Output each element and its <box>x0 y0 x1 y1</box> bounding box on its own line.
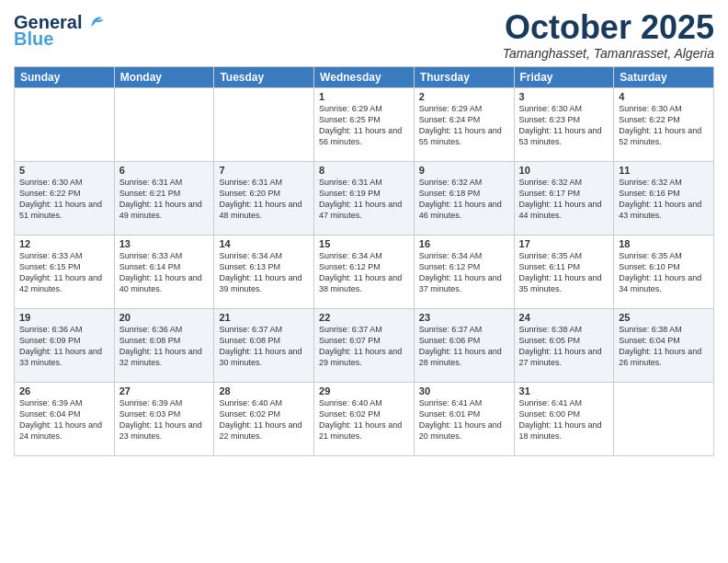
day-of-week-header: Monday <box>114 66 214 87</box>
calendar-week-row: 26Sunrise: 6:39 AM Sunset: 6:04 PM Dayli… <box>15 382 714 455</box>
calendar-cell: 2Sunrise: 6:29 AM Sunset: 6:24 PM Daylig… <box>414 87 514 161</box>
calendar-week-row: 1Sunrise: 6:29 AM Sunset: 6:25 PM Daylig… <box>15 87 714 161</box>
cell-info: Sunrise: 6:31 AM Sunset: 6:20 PM Dayligh… <box>219 177 309 222</box>
cell-info: Sunrise: 6:41 AM Sunset: 6:00 PM Dayligh… <box>519 397 609 442</box>
day-number: 30 <box>419 385 509 396</box>
logo-bird-icon <box>84 14 104 29</box>
calendar-cell: 3Sunrise: 6:30 AM Sunset: 6:23 PM Daylig… <box>514 87 614 161</box>
cell-info: Sunrise: 6:33 AM Sunset: 6:15 PM Dayligh… <box>19 250 109 295</box>
cell-info: Sunrise: 6:35 AM Sunset: 6:11 PM Dayligh… <box>519 250 609 295</box>
day-of-week-header: Friday <box>514 66 614 87</box>
calendar-table: SundayMondayTuesdayWednesdayThursdayFrid… <box>14 66 714 456</box>
day-number: 3 <box>519 91 609 102</box>
calendar-cell: 13Sunrise: 6:33 AM Sunset: 6:14 PM Dayli… <box>114 235 214 308</box>
calendar-cell: 21Sunrise: 6:37 AM Sunset: 6:08 PM Dayli… <box>214 308 314 382</box>
cell-info: Sunrise: 6:31 AM Sunset: 6:21 PM Dayligh… <box>119 177 210 222</box>
calendar-cell: 25Sunrise: 6:38 AM Sunset: 6:04 PM Dayli… <box>614 308 714 382</box>
day-number: 24 <box>519 312 609 323</box>
cell-info: Sunrise: 6:30 AM Sunset: 6:23 PM Dayligh… <box>519 103 609 148</box>
day-number: 2 <box>419 91 509 102</box>
cell-info: Sunrise: 6:31 AM Sunset: 6:19 PM Dayligh… <box>319 177 409 222</box>
day-number: 9 <box>419 165 509 176</box>
cell-info: Sunrise: 6:32 AM Sunset: 6:16 PM Dayligh… <box>619 177 709 222</box>
cell-info: Sunrise: 6:30 AM Sunset: 6:22 PM Dayligh… <box>19 177 109 222</box>
calendar-cell: 11Sunrise: 6:32 AM Sunset: 6:16 PM Dayli… <box>614 161 714 235</box>
calendar-cell: 16Sunrise: 6:34 AM Sunset: 6:12 PM Dayli… <box>414 235 514 308</box>
calendar-week-row: 12Sunrise: 6:33 AM Sunset: 6:15 PM Dayli… <box>15 235 714 308</box>
calendar-cell: 8Sunrise: 6:31 AM Sunset: 6:19 PM Daylig… <box>314 161 415 235</box>
cell-info: Sunrise: 6:32 AM Sunset: 6:17 PM Dayligh… <box>519 177 609 222</box>
cell-info: Sunrise: 6:40 AM Sunset: 6:02 PM Dayligh… <box>219 397 309 442</box>
day-number: 14 <box>219 238 309 249</box>
calendar-header-row: SundayMondayTuesdayWednesdayThursdayFrid… <box>15 66 714 87</box>
calendar-week-row: 5Sunrise: 6:30 AM Sunset: 6:22 PM Daylig… <box>15 161 714 235</box>
day-number: 31 <box>519 385 609 396</box>
day-number: 5 <box>19 165 109 176</box>
day-number: 1 <box>319 91 409 102</box>
day-number: 26 <box>19 385 109 396</box>
day-of-week-header: Saturday <box>614 66 714 87</box>
calendar-cell: 5Sunrise: 6:30 AM Sunset: 6:22 PM Daylig… <box>15 161 115 235</box>
day-number: 15 <box>319 238 409 249</box>
calendar-cell: 14Sunrise: 6:34 AM Sunset: 6:13 PM Dayli… <box>214 235 314 308</box>
cell-info: Sunrise: 6:34 AM Sunset: 6:12 PM Dayligh… <box>319 250 409 295</box>
cell-info: Sunrise: 6:38 AM Sunset: 6:04 PM Dayligh… <box>619 324 709 369</box>
day-of-week-header: Wednesday <box>314 66 415 87</box>
calendar-cell: 31Sunrise: 6:41 AM Sunset: 6:00 PM Dayli… <box>514 382 614 455</box>
day-number: 19 <box>19 312 109 323</box>
cell-info: Sunrise: 6:37 AM Sunset: 6:06 PM Dayligh… <box>419 324 509 369</box>
day-number: 4 <box>619 91 709 102</box>
calendar-cell: 10Sunrise: 6:32 AM Sunset: 6:17 PM Dayli… <box>514 161 614 235</box>
cell-info: Sunrise: 6:37 AM Sunset: 6:08 PM Dayligh… <box>219 324 309 369</box>
logo-blue: Blue <box>14 29 53 48</box>
calendar-cell: 29Sunrise: 6:40 AM Sunset: 6:02 PM Dayli… <box>314 382 415 455</box>
day-number: 17 <box>519 238 609 249</box>
title-block: October 2025 Tamanghasset, Tamanrasset, … <box>503 9 714 61</box>
calendar-cell: 18Sunrise: 6:35 AM Sunset: 6:10 PM Dayli… <box>614 235 714 308</box>
day-of-week-header: Tuesday <box>214 66 314 87</box>
cell-info: Sunrise: 6:39 AM Sunset: 6:04 PM Dayligh… <box>19 397 109 442</box>
day-number: 22 <box>319 312 409 323</box>
day-number: 12 <box>19 238 109 249</box>
day-number: 27 <box>119 385 210 396</box>
day-number: 8 <box>319 165 409 176</box>
calendar-cell: 27Sunrise: 6:39 AM Sunset: 6:03 PM Dayli… <box>114 382 214 455</box>
calendar-cell: 24Sunrise: 6:38 AM Sunset: 6:05 PM Dayli… <box>514 308 614 382</box>
calendar-cell: 17Sunrise: 6:35 AM Sunset: 6:11 PM Dayli… <box>514 235 614 308</box>
cell-info: Sunrise: 6:34 AM Sunset: 6:12 PM Dayligh… <box>419 250 509 295</box>
cell-info: Sunrise: 6:30 AM Sunset: 6:22 PM Dayligh… <box>619 103 709 148</box>
cell-info: Sunrise: 6:39 AM Sunset: 6:03 PM Dayligh… <box>119 397 210 442</box>
calendar-cell <box>214 87 314 161</box>
header: General Blue October 2025 Tamanghasset, … <box>14 9 714 61</box>
day-number: 23 <box>419 312 509 323</box>
day-number: 28 <box>219 385 309 396</box>
day-number: 21 <box>219 312 309 323</box>
calendar-cell: 19Sunrise: 6:36 AM Sunset: 6:09 PM Dayli… <box>15 308 115 382</box>
day-number: 29 <box>319 385 409 396</box>
location-subtitle: Tamanghasset, Tamanrasset, Algeria <box>503 46 714 61</box>
cell-info: Sunrise: 6:36 AM Sunset: 6:09 PM Dayligh… <box>19 324 109 369</box>
cell-info: Sunrise: 6:32 AM Sunset: 6:18 PM Dayligh… <box>419 177 509 222</box>
cell-info: Sunrise: 6:34 AM Sunset: 6:13 PM Dayligh… <box>219 250 309 295</box>
cell-info: Sunrise: 6:33 AM Sunset: 6:14 PM Dayligh… <box>119 250 210 295</box>
day-number: 7 <box>219 165 309 176</box>
page: General Blue October 2025 Tamanghasset, … <box>0 0 728 563</box>
calendar-week-row: 19Sunrise: 6:36 AM Sunset: 6:09 PM Dayli… <box>15 308 714 382</box>
logo: General Blue <box>14 13 104 48</box>
day-number: 11 <box>619 165 709 176</box>
calendar-cell: 1Sunrise: 6:29 AM Sunset: 6:25 PM Daylig… <box>314 87 415 161</box>
cell-info: Sunrise: 6:37 AM Sunset: 6:07 PM Dayligh… <box>319 324 409 369</box>
cell-info: Sunrise: 6:35 AM Sunset: 6:10 PM Dayligh… <box>619 250 709 295</box>
calendar-cell: 9Sunrise: 6:32 AM Sunset: 6:18 PM Daylig… <box>414 161 514 235</box>
cell-info: Sunrise: 6:40 AM Sunset: 6:02 PM Dayligh… <box>319 397 409 442</box>
day-number: 13 <box>119 238 210 249</box>
calendar-cell: 26Sunrise: 6:39 AM Sunset: 6:04 PM Dayli… <box>15 382 115 455</box>
day-of-week-header: Sunday <box>15 66 115 87</box>
calendar-cell: 7Sunrise: 6:31 AM Sunset: 6:20 PM Daylig… <box>214 161 314 235</box>
calendar-cell: 15Sunrise: 6:34 AM Sunset: 6:12 PM Dayli… <box>314 235 415 308</box>
day-number: 10 <box>519 165 609 176</box>
day-number: 18 <box>619 238 709 249</box>
day-of-week-header: Thursday <box>414 66 514 87</box>
day-number: 20 <box>119 312 210 323</box>
calendar-cell: 22Sunrise: 6:37 AM Sunset: 6:07 PM Dayli… <box>314 308 415 382</box>
